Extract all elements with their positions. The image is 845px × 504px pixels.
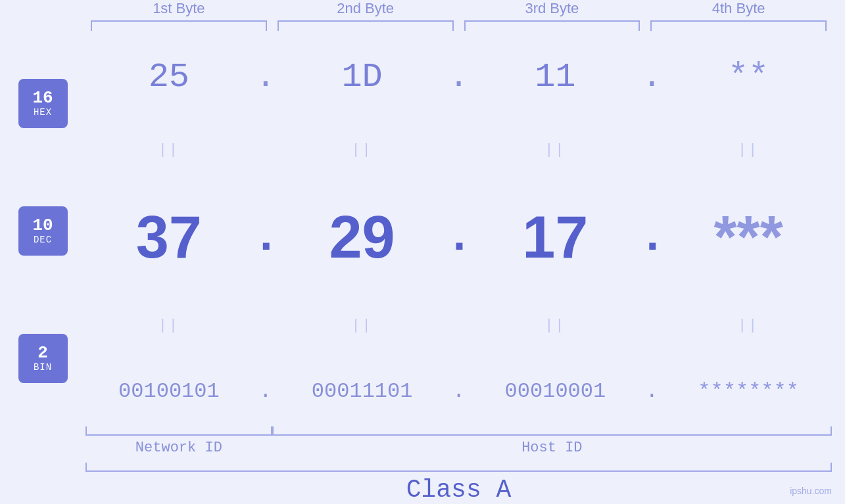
- ip-display: 25 . 1D . 11 . ** || ||: [85, 36, 845, 425]
- main-layout: 1st Byte 2nd Byte 3rd Byte 4th Byte 16 H…: [0, 0, 845, 504]
- sep-hex-dec-col1: ||: [85, 142, 253, 158]
- rows-area: 16 HEX 10 DEC 2 BIN 25 . 1D: [0, 36, 845, 425]
- bin-badge: 2 BIN: [18, 334, 68, 383]
- sep-dec-bin-col3: ||: [472, 317, 639, 334]
- bin-dot3: .: [639, 379, 665, 403]
- watermark: ipshu.com: [790, 486, 832, 496]
- top-brackets: [85, 20, 832, 31]
- hex-oct4: **: [665, 58, 832, 97]
- host-id-label: Host ID: [272, 440, 832, 456]
- hex-badge-number: 16: [32, 89, 53, 108]
- dec-oct1: 37: [85, 204, 253, 271]
- bin-oct2: 00011101: [279, 379, 446, 403]
- bin-badge-number: 2: [37, 344, 48, 363]
- dec-oct2: 29: [279, 204, 446, 271]
- hex-badge: 16 HEX: [18, 79, 68, 128]
- class-bracket: [85, 463, 832, 472]
- bracket-byte4: [650, 20, 827, 31]
- bracket-byte3: [464, 20, 640, 31]
- hex-dot3: .: [639, 58, 665, 97]
- dec-dot3: .: [639, 208, 665, 267]
- byte4-header: 4th Byte: [645, 0, 832, 20]
- network-host-labels: Network ID Host ID: [85, 440, 832, 456]
- hex-oct3: 11: [472, 58, 639, 97]
- dec-badge-label: DEC: [34, 235, 52, 245]
- dec-dot1: .: [253, 208, 279, 267]
- dec-dot2: .: [446, 208, 472, 267]
- network-bottom-bracket: [85, 426, 272, 436]
- hex-row: 25 . 1D . 11 . **: [85, 58, 832, 97]
- sep-hex-dec-col3: ||: [472, 142, 639, 158]
- sep-hex-dec-col2: ||: [279, 142, 446, 158]
- sep-hex-dec: || || || ||: [85, 141, 832, 160]
- badges-column: 16 HEX 10 DEC 2 BIN: [0, 36, 85, 425]
- byte2-header: 2nd Byte: [272, 0, 459, 20]
- byte1-header: 1st Byte: [85, 0, 272, 20]
- dec-badge-number: 10: [32, 216, 53, 235]
- bin-dot2: .: [446, 379, 472, 403]
- bin-oct4: ********: [665, 379, 832, 403]
- sep-dec-bin-col2: ||: [279, 317, 446, 334]
- byte3-header: 3rd Byte: [459, 0, 646, 20]
- dec-badge: 10 DEC: [18, 206, 68, 256]
- bracket-byte2: [278, 20, 454, 31]
- hex-oct2: 1D: [279, 58, 446, 97]
- hex-oct1: 25: [85, 58, 253, 97]
- sep-dec-bin: || || || ||: [85, 315, 832, 335]
- hex-dot2: .: [446, 58, 472, 97]
- hex-dot1: .: [253, 58, 279, 97]
- bin-row: 00100101 . 00011101 . 00010001 . *******…: [85, 379, 832, 403]
- dec-oct3: 17: [472, 204, 639, 271]
- network-id-label: Network ID: [85, 440, 272, 456]
- sep-hex-dec-col4: ||: [665, 142, 832, 158]
- bottom-brackets-area: Network ID Host ID Class A: [85, 426, 832, 504]
- hex-badge-label: HEX: [34, 107, 52, 118]
- class-label: Class A: [85, 476, 832, 504]
- host-bottom-bracket: [272, 426, 832, 436]
- bin-dot1: .: [253, 379, 279, 403]
- bracket-byte1: [91, 20, 267, 31]
- sep-dec-bin-col4: ||: [665, 317, 832, 334]
- bin-oct3: 00010001: [472, 379, 639, 403]
- dec-oct4: ***: [665, 204, 832, 271]
- bin-badge-label: BIN: [34, 362, 52, 373]
- dec-row: 37 . 29 . 17 . ***: [85, 204, 832, 271]
- bin-oct1: 00100101: [85, 379, 253, 403]
- bottom-bracket-row: [85, 426, 832, 436]
- sep-dec-bin-col1: ||: [85, 317, 253, 334]
- header-row: 1st Byte 2nd Byte 3rd Byte 4th Byte: [85, 0, 832, 20]
